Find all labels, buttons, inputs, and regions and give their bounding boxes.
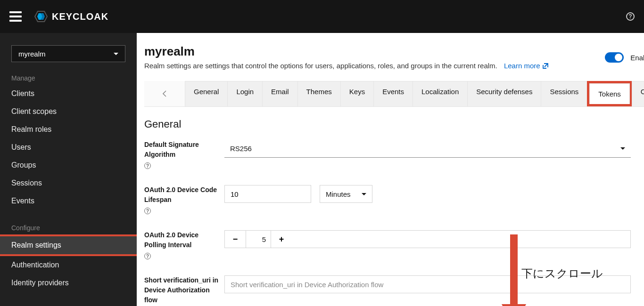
realm-selector[interactable]: myrealm	[11, 45, 125, 62]
caret-down-icon	[620, 147, 625, 150]
select-lifespan-unit[interactable]: Minutes	[320, 185, 372, 203]
sidebar-item-events[interactable]: Events	[0, 192, 137, 210]
sidebar-item-realm-settings[interactable]: Realm settings	[0, 236, 137, 254]
sidebar-item-client-scopes[interactable]: Client scopes	[0, 103, 137, 121]
sidebar: myrealm Manage Clients Client scopes Rea…	[0, 33, 137, 306]
label-polling-interval: OAuth 2.0 Device Polling Interval ?	[144, 230, 220, 259]
page-title: myrealm	[144, 44, 549, 59]
tab-login[interactable]: Login	[227, 81, 263, 106]
tab-email[interactable]: Email	[262, 81, 298, 106]
tabs-scroll-left[interactable]	[144, 81, 185, 106]
caret-down-icon	[114, 53, 118, 55]
sidebar-item-authentication[interactable]: Authentication	[0, 256, 137, 274]
spinner-increment[interactable]: +	[271, 231, 292, 248]
info-icon[interactable]: ?	[144, 253, 151, 259]
tab-security-defenses[interactable]: Security defenses	[467, 81, 541, 106]
sidebar-item-realm-roles[interactable]: Realm roles	[0, 121, 137, 138]
chevron-left-icon	[163, 90, 166, 97]
brand-name: KEYCLOAK	[52, 11, 108, 22]
input-short-verification-uri[interactable]	[224, 275, 631, 293]
select-default-sig-alg[interactable]: RS256	[224, 140, 631, 158]
info-icon[interactable]: ?	[144, 208, 151, 214]
enabled-toggle[interactable]	[605, 52, 624, 63]
tab-events[interactable]: Events	[373, 81, 413, 106]
label-default-sig-alg: Default Signature Algorithm ?	[144, 140, 220, 169]
sidebar-item-users[interactable]: Users	[0, 138, 137, 156]
sidebar-item-identity-providers[interactable]: Identity providers	[0, 274, 137, 292]
tab-themes[interactable]: Themes	[297, 81, 341, 106]
section-title-general: General	[144, 118, 644, 130]
caret-down-icon	[362, 193, 366, 195]
logo: KEYCLOAK	[34, 9, 108, 24]
enabled-label: Enable	[630, 54, 644, 62]
sidebar-item-groups[interactable]: Groups	[0, 156, 137, 174]
external-link-icon	[542, 63, 549, 71]
info-icon[interactable]: ?	[144, 162, 151, 169]
input-device-code-lifespan[interactable]	[224, 185, 311, 203]
sidebar-section-manage: Manage	[0, 71, 137, 85]
tab-tokens[interactable]: Tokens	[589, 83, 630, 104]
help-icon[interactable]: ?	[626, 12, 635, 21]
tab-keys[interactable]: Keys	[340, 81, 374, 106]
label-device-code-lifespan: OAuth 2.0 Device Code Lifespan ?	[144, 185, 220, 214]
tab-sessions[interactable]: Sessions	[541, 81, 587, 106]
tab-client-policies[interactable]: Clie	[632, 81, 644, 106]
page-subtitle: Realm settings are settings that control…	[144, 62, 549, 71]
spinner-value[interactable]: 5	[246, 231, 271, 248]
keycloak-logo-icon	[34, 9, 48, 24]
hamburger-menu[interactable]	[9, 11, 22, 22]
label-short-verification-uri: Short verification_uri in Device Authori…	[144, 275, 220, 306]
sidebar-item-sessions[interactable]: Sessions	[0, 174, 137, 192]
tab-general[interactable]: General	[185, 81, 228, 106]
tab-localization[interactable]: Localization	[413, 81, 468, 106]
sidebar-item-clients[interactable]: Clients	[0, 85, 137, 103]
main-content: myrealm Realm settings are settings that…	[137, 33, 644, 306]
realm-selector-value: myrealm	[18, 50, 46, 58]
learn-more-link[interactable]: Learn more	[504, 62, 549, 70]
sidebar-section-configure: Configure	[0, 220, 137, 234]
spinner-decrement[interactable]: −	[225, 231, 246, 248]
